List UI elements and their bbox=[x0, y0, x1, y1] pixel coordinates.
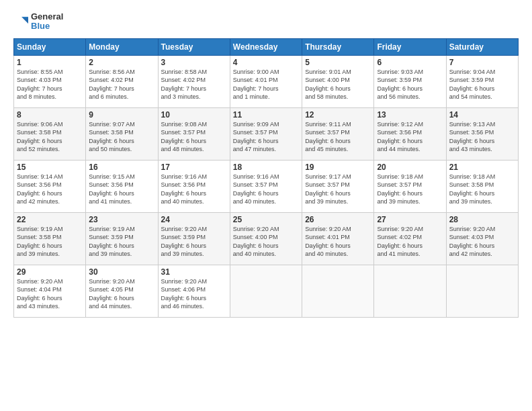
day-info: Sunrise: 9:07 AMSunset: 3:58 PMDaylight:… bbox=[89, 120, 154, 154]
calendar-week-row: 15Sunrise: 9:14 AMSunset: 3:56 PMDayligh… bbox=[14, 160, 519, 212]
calendar-day-cell: 13Sunrise: 9:12 AMSunset: 3:56 PMDayligh… bbox=[374, 107, 446, 160]
day-number: 2 bbox=[89, 58, 154, 67]
day-number: 18 bbox=[233, 163, 299, 172]
day-info: Sunrise: 9:20 AMSunset: 4:01 PMDaylight:… bbox=[305, 225, 371, 259]
calendar-day-cell: 11Sunrise: 9:09 AMSunset: 3:57 PMDayligh… bbox=[230, 107, 302, 160]
day-number: 13 bbox=[377, 110, 443, 120]
day-info: Sunrise: 9:20 AMSunset: 4:02 PMDaylight:… bbox=[377, 225, 443, 259]
calendar-day-cell: 10Sunrise: 9:08 AMSunset: 3:57 PMDayligh… bbox=[158, 107, 230, 160]
day-number: 21 bbox=[449, 163, 515, 172]
day-number: 22 bbox=[17, 215, 83, 224]
day-info: Sunrise: 9:20 AMSunset: 4:04 PMDaylight:… bbox=[17, 277, 83, 311]
calendar-day-cell: 25Sunrise: 9:20 AMSunset: 4:00 PMDayligh… bbox=[230, 212, 302, 265]
day-number: 17 bbox=[161, 163, 227, 172]
calendar-day-cell bbox=[230, 265, 302, 317]
calendar-day-cell: 7Sunrise: 9:04 AMSunset: 3:59 PMDaylight… bbox=[446, 55, 518, 107]
calendar-day-cell: 19Sunrise: 9:17 AMSunset: 3:57 PMDayligh… bbox=[302, 160, 374, 212]
day-info: Sunrise: 9:18 AMSunset: 3:57 PMDaylight:… bbox=[377, 173, 443, 206]
calendar-week-row: 8Sunrise: 9:06 AMSunset: 3:58 PMDaylight… bbox=[14, 107, 519, 160]
calendar-header-row: SundayMondayTuesdayWednesdayThursdayFrid… bbox=[14, 38, 519, 55]
day-info: Sunrise: 9:20 AMSunset: 4:00 PMDaylight:… bbox=[233, 225, 299, 259]
day-info: Sunrise: 9:01 AMSunset: 4:00 PMDaylight:… bbox=[305, 68, 371, 101]
logo-bird-icon bbox=[13, 14, 28, 29]
calendar-day-cell: 3Sunrise: 8:58 AMSunset: 4:02 PMDaylight… bbox=[158, 55, 230, 107]
day-number: 12 bbox=[305, 110, 371, 120]
day-number: 9 bbox=[89, 110, 154, 120]
weekday-header: Tuesday bbox=[158, 38, 230, 55]
day-number: 4 bbox=[233, 58, 299, 67]
calendar-day-cell: 24Sunrise: 9:20 AMSunset: 3:59 PMDayligh… bbox=[158, 212, 230, 265]
weekday-header: Sunday bbox=[14, 38, 86, 55]
day-info: Sunrise: 9:15 AMSunset: 3:56 PMDaylight:… bbox=[89, 173, 154, 206]
calendar-day-cell: 29Sunrise: 9:20 AMSunset: 4:04 PMDayligh… bbox=[14, 265, 86, 317]
calendar-day-cell bbox=[374, 265, 446, 317]
calendar-day-cell: 20Sunrise: 9:18 AMSunset: 3:57 PMDayligh… bbox=[374, 160, 446, 212]
calendar-day-cell: 16Sunrise: 9:15 AMSunset: 3:56 PMDayligh… bbox=[86, 160, 158, 212]
day-number: 24 bbox=[161, 215, 227, 224]
logo: General Blue bbox=[13, 12, 63, 32]
day-number: 14 bbox=[449, 110, 515, 120]
day-number: 31 bbox=[161, 267, 227, 277]
day-info: Sunrise: 9:11 AMSunset: 3:57 PMDaylight:… bbox=[305, 120, 371, 154]
day-number: 10 bbox=[161, 110, 227, 120]
day-number: 7 bbox=[449, 58, 515, 67]
calendar-day-cell: 26Sunrise: 9:20 AMSunset: 4:01 PMDayligh… bbox=[302, 212, 374, 265]
day-number: 25 bbox=[233, 215, 299, 224]
day-number: 29 bbox=[17, 267, 83, 277]
day-number: 11 bbox=[233, 110, 299, 120]
calendar-day-cell: 14Sunrise: 9:13 AMSunset: 3:56 PMDayligh… bbox=[446, 107, 518, 160]
day-number: 20 bbox=[377, 163, 443, 172]
calendar-day-cell: 4Sunrise: 9:00 AMSunset: 4:01 PMDaylight… bbox=[230, 55, 302, 107]
calendar-table: SundayMondayTuesdayWednesdayThursdayFrid… bbox=[13, 38, 519, 318]
calendar-day-cell: 22Sunrise: 9:19 AMSunset: 3:58 PMDayligh… bbox=[14, 212, 86, 265]
calendar-day-cell: 12Sunrise: 9:11 AMSunset: 3:57 PMDayligh… bbox=[302, 107, 374, 160]
day-info: Sunrise: 8:56 AMSunset: 4:02 PMDaylight:… bbox=[89, 68, 154, 101]
page-header: General Blue bbox=[13, 12, 519, 32]
calendar-day-cell: 18Sunrise: 9:16 AMSunset: 3:57 PMDayligh… bbox=[230, 160, 302, 212]
day-info: Sunrise: 9:20 AMSunset: 3:59 PMDaylight:… bbox=[161, 225, 227, 259]
calendar-day-cell: 30Sunrise: 9:20 AMSunset: 4:05 PMDayligh… bbox=[86, 265, 158, 317]
calendar-day-cell: 27Sunrise: 9:20 AMSunset: 4:02 PMDayligh… bbox=[374, 212, 446, 265]
calendar-day-cell: 15Sunrise: 9:14 AMSunset: 3:56 PMDayligh… bbox=[14, 160, 86, 212]
day-number: 1 bbox=[17, 58, 83, 67]
day-number: 8 bbox=[17, 110, 83, 120]
day-number: 26 bbox=[305, 215, 371, 224]
day-info: Sunrise: 9:14 AMSunset: 3:56 PMDaylight:… bbox=[17, 173, 83, 206]
day-info: Sunrise: 8:58 AMSunset: 4:02 PMDaylight:… bbox=[161, 68, 227, 101]
day-info: Sunrise: 9:19 AMSunset: 3:58 PMDaylight:… bbox=[17, 225, 83, 259]
calendar-day-cell: 1Sunrise: 8:55 AMSunset: 4:03 PMDaylight… bbox=[14, 55, 86, 107]
calendar-week-row: 22Sunrise: 9:19 AMSunset: 3:58 PMDayligh… bbox=[14, 212, 519, 265]
calendar-day-cell: 31Sunrise: 9:20 AMSunset: 4:06 PMDayligh… bbox=[158, 265, 230, 317]
calendar-day-cell: 6Sunrise: 9:03 AMSunset: 3:59 PMDaylight… bbox=[374, 55, 446, 107]
calendar-day-cell bbox=[302, 265, 374, 317]
day-info: Sunrise: 9:06 AMSunset: 3:58 PMDaylight:… bbox=[17, 120, 83, 154]
day-info: Sunrise: 9:20 AMSunset: 4:03 PMDaylight:… bbox=[449, 225, 515, 259]
day-number: 23 bbox=[89, 215, 154, 224]
day-info: Sunrise: 9:00 AMSunset: 4:01 PMDaylight:… bbox=[233, 68, 299, 101]
calendar-day-cell: 21Sunrise: 9:18 AMSunset: 3:58 PMDayligh… bbox=[446, 160, 518, 212]
day-number: 5 bbox=[305, 58, 371, 67]
day-info: Sunrise: 9:19 AMSunset: 3:59 PMDaylight:… bbox=[89, 225, 154, 259]
day-info: Sunrise: 9:18 AMSunset: 3:58 PMDaylight:… bbox=[449, 173, 515, 206]
day-number: 30 bbox=[89, 267, 154, 277]
weekday-header: Friday bbox=[374, 38, 446, 55]
day-number: 3 bbox=[161, 58, 227, 67]
calendar-week-row: 29Sunrise: 9:20 AMSunset: 4:04 PMDayligh… bbox=[14, 265, 519, 317]
calendar-day-cell: 5Sunrise: 9:01 AMSunset: 4:00 PMDaylight… bbox=[302, 55, 374, 107]
day-number: 6 bbox=[377, 58, 443, 67]
day-info: Sunrise: 9:20 AMSunset: 4:06 PMDaylight:… bbox=[161, 277, 227, 311]
weekday-header: Thursday bbox=[302, 38, 374, 55]
day-info: Sunrise: 9:09 AMSunset: 3:57 PMDaylight:… bbox=[233, 120, 299, 154]
logo-text-blue: Blue bbox=[31, 21, 63, 31]
calendar-day-cell: 2Sunrise: 8:56 AMSunset: 4:02 PMDaylight… bbox=[86, 55, 158, 107]
day-info: Sunrise: 9:17 AMSunset: 3:57 PMDaylight:… bbox=[305, 173, 371, 206]
day-info: Sunrise: 9:16 AMSunset: 3:57 PMDaylight:… bbox=[233, 173, 299, 206]
day-number: 27 bbox=[377, 215, 443, 224]
weekday-header: Wednesday bbox=[230, 38, 302, 55]
svg-marker-1 bbox=[23, 18, 28, 24]
calendar-day-cell: 9Sunrise: 9:07 AMSunset: 3:58 PMDaylight… bbox=[86, 107, 158, 160]
day-info: Sunrise: 9:13 AMSunset: 3:56 PMDaylight:… bbox=[449, 120, 515, 154]
calendar-week-row: 1Sunrise: 8:55 AMSunset: 4:03 PMDaylight… bbox=[14, 55, 519, 107]
day-info: Sunrise: 8:55 AMSunset: 4:03 PMDaylight:… bbox=[17, 68, 83, 101]
day-number: 28 bbox=[449, 215, 515, 224]
